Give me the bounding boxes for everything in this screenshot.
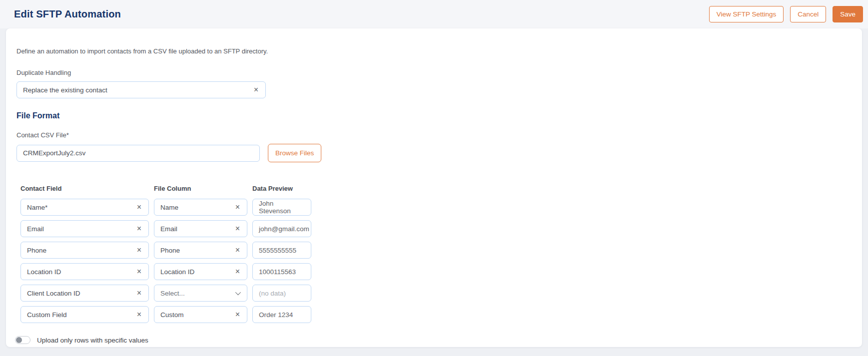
file-column-select[interactable]: Email × bbox=[154, 220, 247, 237]
chevron-down-icon bbox=[235, 290, 241, 295]
cancel-button[interactable]: Cancel bbox=[790, 6, 826, 22]
contact-field-select[interactable]: Location ID × bbox=[20, 263, 149, 280]
field-mapping-grid: Contact Field File Column Data Preview N… bbox=[20, 185, 852, 323]
edit-sftp-automation-card: Define an automation to import contacts … bbox=[6, 28, 862, 347]
contact-csv-file-label: Contact CSV File* bbox=[16, 131, 852, 139]
contact-field-value: Name* bbox=[27, 204, 47, 211]
file-column-select[interactable]: Phone × bbox=[154, 242, 247, 259]
data-preview-value: (no data) bbox=[252, 285, 311, 302]
file-column-value: Email bbox=[160, 225, 177, 233]
clear-icon[interactable]: × bbox=[234, 268, 241, 276]
preview-text: 5555555555 bbox=[259, 247, 296, 254]
contact-field-select[interactable]: Name* × bbox=[20, 199, 149, 216]
clear-icon[interactable]: × bbox=[234, 203, 241, 211]
contact-field-value: Client Location ID bbox=[27, 290, 80, 297]
file-column-select[interactable]: Custom × bbox=[154, 306, 247, 323]
file-column-select[interactable]: Name × bbox=[154, 199, 247, 216]
contact-field-select[interactable]: Phone × bbox=[20, 242, 149, 259]
contact-field-select[interactable]: Email × bbox=[20, 220, 149, 237]
csv-file-row: CRMExportJuly2.csv Browse Files bbox=[16, 144, 852, 162]
file-format-heading: File Format bbox=[16, 111, 852, 120]
file-column-value: Custom bbox=[160, 311, 184, 319]
intro-description: Define an automation to import contacts … bbox=[16, 47, 852, 55]
contact-field-select[interactable]: Custom Field × bbox=[20, 306, 149, 323]
contact-field-header: Contact Field bbox=[20, 185, 149, 194]
data-preview-header: Data Preview bbox=[252, 185, 311, 194]
contact-field-value: Custom Field bbox=[27, 311, 67, 319]
file-column-value: Location ID bbox=[160, 268, 194, 276]
contact-field-value: Email bbox=[27, 225, 44, 233]
csv-file-input[interactable]: CRMExportJuly2.csv bbox=[16, 145, 260, 162]
preview-text: (no data) bbox=[259, 290, 286, 297]
contact-field-value: Location ID bbox=[27, 268, 61, 276]
clear-icon[interactable]: × bbox=[136, 311, 142, 319]
page-title: Edit SFTP Automation bbox=[14, 8, 121, 20]
clear-icon[interactable]: × bbox=[136, 203, 142, 211]
clear-icon[interactable]: × bbox=[234, 225, 241, 233]
contact-field-value: Phone bbox=[27, 247, 46, 254]
save-button[interactable]: Save bbox=[833, 6, 863, 22]
filter-rows-toggle[interactable] bbox=[15, 336, 30, 344]
clear-icon[interactable]: × bbox=[136, 225, 142, 233]
preview-text: john@gmail.com bbox=[259, 225, 309, 233]
toggle-knob bbox=[16, 337, 22, 343]
filter-rows-toggle-label: Upload only rows with specific values bbox=[37, 337, 148, 344]
view-sftp-settings-button[interactable]: View SFTP Settings bbox=[709, 6, 784, 22]
file-column-select[interactable]: Location ID × bbox=[154, 263, 247, 280]
file-column-value: Phone bbox=[160, 247, 180, 254]
data-preview-value: 1000115563 bbox=[252, 263, 311, 280]
clear-icon[interactable]: × bbox=[136, 246, 142, 254]
csv-file-value: CRMExportJuly2.csv bbox=[23, 149, 85, 157]
topbar-actions: View SFTP Settings Cancel Save bbox=[709, 6, 863, 22]
preview-text: Order 1234 bbox=[259, 311, 293, 319]
duplicate-handling-select[interactable]: Replace the existing contact × bbox=[16, 81, 266, 98]
data-preview-value: Order 1234 bbox=[252, 306, 311, 323]
clear-icon[interactable]: × bbox=[234, 311, 241, 319]
preview-text: 1000115563 bbox=[259, 268, 296, 276]
filter-rows-toggle-row: Upload only rows with specific values bbox=[15, 336, 852, 344]
clear-icon[interactable]: × bbox=[136, 268, 142, 276]
field-mapping-section: Contact Field File Column Data Preview N… bbox=[20, 185, 852, 323]
duplicate-handling-label: Duplicate Handling bbox=[16, 69, 852, 76]
data-preview-value: John Stevenson bbox=[252, 199, 311, 216]
contact-field-select[interactable]: Client Location ID × bbox=[20, 285, 149, 302]
top-bar: Edit SFTP Automation View SFTP Settings … bbox=[0, 0, 868, 28]
file-column-header: File Column bbox=[154, 185, 247, 194]
browse-files-button[interactable]: Browse Files bbox=[268, 144, 321, 162]
clear-icon[interactable]: × bbox=[234, 246, 241, 254]
data-preview-value: 5555555555 bbox=[252, 242, 311, 259]
duplicate-handling-value: Replace the existing contact bbox=[23, 86, 107, 94]
clear-icon[interactable]: × bbox=[253, 86, 259, 94]
clear-icon[interactable]: × bbox=[136, 289, 142, 297]
preview-text: John Stevenson bbox=[259, 200, 305, 215]
file-column-value: Name bbox=[160, 204, 178, 211]
file-column-placeholder: Select... bbox=[160, 290, 185, 297]
file-column-select[interactable]: Select... bbox=[154, 285, 247, 302]
data-preview-value: john@gmail.com bbox=[252, 220, 311, 237]
